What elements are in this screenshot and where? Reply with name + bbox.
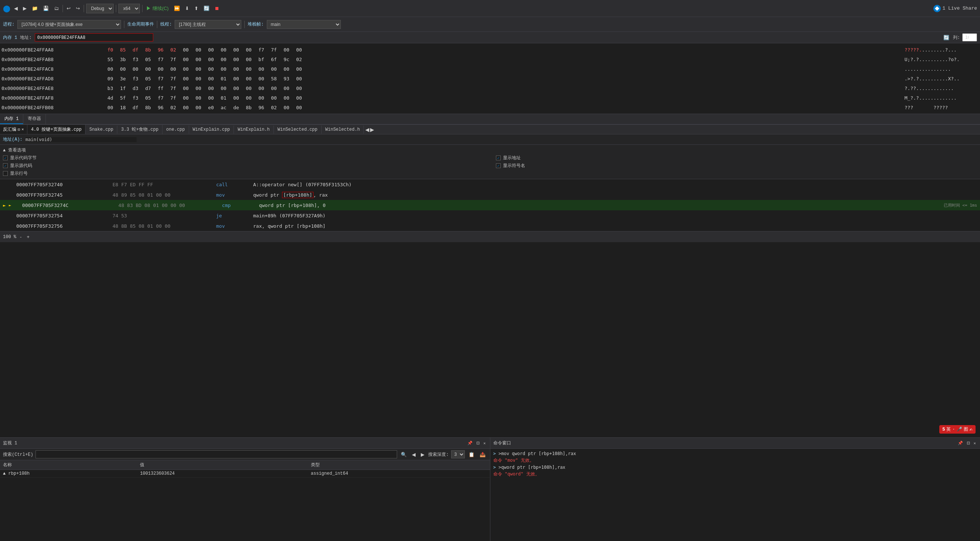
memory-row: 0x000000FBE24FFAF8 4d 5f f3 05 f7 7f 00 … [0, 93, 980, 102]
memory-panel: 内存 1 地址: 🔄 列: 0x000000FBE24FFAA8 f0 85 d… [0, 32, 980, 125]
winselected-h-tab[interactable]: WinSelected.h [321, 126, 364, 134]
show-source-checkbox[interactable]: ✓ [3, 163, 8, 168]
forward-btn[interactable]: ▶ [21, 5, 28, 12]
stack-select[interactable]: main [267, 20, 341, 29]
memory-address-input[interactable] [35, 34, 153, 41]
watch-nav-back[interactable]: ◀ [410, 451, 417, 458]
vs-logo: ⬤ [3, 5, 10, 13]
show-lineno-checkbox[interactable] [3, 171, 8, 176]
snake-food-tab[interactable]: 3.3 蛇+食物.cpp [117, 125, 162, 134]
show-symbols-checkbox[interactable]: ✓ [496, 163, 501, 168]
dis-operands: A::operator new[] (07FF705F3153Ch) [253, 182, 977, 187]
dis-mnem: mov [216, 192, 246, 198]
option-show-addr: ✓ 显示地址 [496, 155, 977, 161]
zoom-level: 100 % [3, 235, 16, 239]
disasm-panel: 反汇编 ⊡ × 4.0 按键+页面抽象.cpp Snake.cpp 3.3 蛇+… [0, 125, 980, 437]
redo-btn[interactable]: ↪ [75, 5, 81, 12]
watch-col-value: 值 [137, 460, 307, 470]
step-out-btn[interactable]: ⬆ [193, 5, 200, 12]
winexplain-h-tab[interactable]: WinExplain.h [234, 126, 274, 134]
winexplain-tab[interactable]: WinExplain.cpp [189, 126, 234, 134]
watch-col-type: 类型 [308, 460, 490, 470]
memory-tab-1[interactable]: 内存 1 [0, 114, 23, 124]
watch-close-btn[interactable]: × [482, 440, 487, 445]
watch-search-input[interactable] [35, 450, 398, 458]
snake-tab[interactable]: Snake.cpp [86, 126, 117, 134]
command-close-btn[interactable]: × [973, 440, 977, 445]
show-bytes-label: 显示代码字节 [10, 155, 37, 161]
disasm-close[interactable]: × [21, 128, 24, 132]
dis-addr: 00007FF705F32740 [16, 182, 105, 187]
tab-scroll-left[interactable]: ◀ [365, 127, 369, 132]
memory-refresh-btn[interactable]: 🔄 [942, 34, 951, 41]
thread-select[interactable]: [1780] 主线程 [175, 20, 241, 29]
command-panel-header: 命令窗口 📌 ⊡ × [490, 438, 980, 449]
source-file-tab[interactable]: 4.0 按键+页面抽象.cpp [27, 125, 86, 134]
main-toolbar: ⬤ ◀ ▶ 📁 💾 🗂 ↩ ↪ Debug x64 ▶ 继续(C) ⏩ ⬇ ⬆ … [0, 0, 980, 17]
zoom-decrease[interactable]: - [19, 233, 23, 240]
stop-btn[interactable]: ⏹ [213, 5, 221, 12]
tab-scroll-right[interactable]: ▶ [370, 127, 374, 132]
dis-addr: 00007FF705F3274C [22, 203, 111, 208]
dis-bytes: 48 8B 85 08 01 00 00 [113, 223, 209, 229]
disasm-addr-input[interactable] [25, 137, 137, 142]
options-toggle[interactable]: ▲ 查看选项 [3, 147, 977, 153]
winselected-tab[interactable]: WinSelected.cpp [274, 126, 321, 134]
step-into-btn[interactable]: ⬇ [184, 5, 191, 12]
step-over-btn[interactable]: ⏩ [172, 5, 181, 12]
current-arrow: ► [9, 203, 15, 208]
col-input[interactable] [962, 34, 977, 41]
watch-export-btn[interactable]: 📤 [478, 451, 487, 458]
command-content: > >mov qword ptr [rbp+108h],rax 命令 "mov"… [490, 449, 980, 480]
bottom-area: 监视 1 📌 ⊡ × 搜索(Ctrl+E) 🔍 ◀ ▶ 搜索深度: 3 📋 [0, 437, 980, 541]
show-bytes-checkbox[interactable]: ✓ [3, 156, 8, 160]
options-grid: ✓ 显示代码字节 ✓ 显示地址 ✓ 显示源代码 ✓ 显示符号名 显示行号 [3, 155, 977, 177]
dis-mnem: call [216, 182, 246, 187]
dis-addr: 00007FF705F32745 [16, 192, 105, 198]
memory-header: 内存 1 地址: 🔄 列: [0, 32, 980, 43]
disasm-row: 00007FF705F32754 74 53 je main+89h (07FF… [0, 210, 980, 221]
disasm-tab[interactable]: 反汇编 ⊡ × [0, 125, 27, 134]
watch-float-btn[interactable]: ⊡ [475, 440, 481, 445]
zoom-increase[interactable]: + [25, 233, 31, 240]
disasm-row: 00007FF705F32740 E8 F7 ED FF FF call A::… [0, 179, 980, 190]
save-all-btn[interactable]: 🗂 [52, 5, 60, 12]
registers-tab[interactable]: 寄存器 [23, 114, 46, 124]
watch-copy-btn[interactable]: 📋 [467, 451, 476, 458]
disasm-pin[interactable]: ⊡ [18, 128, 20, 132]
zoom-bar: 100 % - + [0, 231, 980, 242]
one-tab[interactable]: one.cpp [162, 126, 189, 134]
search-label: 搜索(Ctrl+E) [3, 452, 33, 458]
option-show-symbols: ✓ 显示符号名 [496, 163, 977, 169]
watch-pin-btn[interactable]: 📌 [466, 440, 474, 445]
continue-btn[interactable]: ▶ 继续(C) [145, 5, 170, 13]
memory-content: 0x000000FBE24FFAA8 f0 85 df 8b 96 02 00 … [0, 43, 980, 114]
process-select[interactable]: [10784] 4.0 按键+页面抽象.exe [18, 20, 121, 29]
arch-select[interactable]: x64 [118, 4, 140, 13]
file-btn[interactable]: 📁 [30, 5, 39, 12]
disasm-row: 00007FF705F32745 48 89 85 08 01 00 00 mo… [0, 190, 980, 200]
dis-bytes: 74 53 [113, 213, 209, 219]
thread-label: 线程: [160, 21, 172, 27]
command-panel: 命令窗口 📌 ⊡ × > >mov qword ptr [rbp+108h],r… [490, 438, 980, 541]
undo-btn[interactable]: ↩ [65, 5, 72, 12]
show-addr-checkbox[interactable]: ✓ [496, 156, 501, 160]
watch-row-type: assigned_int64 [308, 470, 490, 478]
live-share-button[interactable]: 1 Live Share [933, 5, 977, 12]
watch-nav-fwd[interactable]: ▶ [419, 451, 426, 458]
debug-mode-select[interactable]: Debug [86, 4, 114, 13]
command-pin-btn[interactable]: 📌 [957, 440, 964, 445]
save-btn[interactable]: 💾 [41, 5, 50, 12]
dis-bytes: 48 83 BD 08 01 00 00 00 [118, 203, 215, 208]
dis-operands: main+89h (07FF705F327A9h) [253, 213, 977, 219]
back-btn[interactable]: ◀ [13, 5, 19, 12]
dis-addr: 00007FF705F32754 [16, 213, 105, 219]
command-float-btn[interactable]: ⊡ [966, 440, 971, 445]
watch-title: 监视 1 [3, 440, 17, 446]
show-lineno-label: 显示行号 [10, 170, 28, 177]
depth-select[interactable]: 3 [451, 450, 465, 458]
cmd-line-2: > >qword ptr [rbp+108h],rax [493, 465, 977, 470]
watch-search-btn[interactable]: 🔍 [399, 451, 408, 458]
restart-btn[interactable]: 🔄 [202, 5, 211, 12]
show-addr-label: 显示地址 [503, 155, 521, 161]
